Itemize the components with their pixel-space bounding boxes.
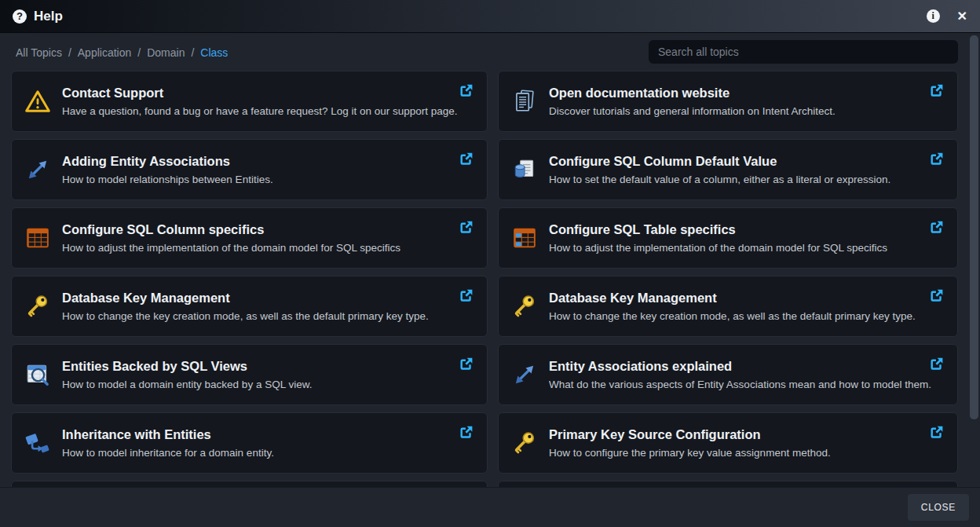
help-card[interactable]: Contact Support Have a question, found a…: [11, 71, 488, 132]
card-description: Have a question, found a bug or have a f…: [62, 104, 458, 119]
search-input[interactable]: [649, 40, 958, 64]
breadcrumb-item[interactable]: All Topics: [16, 46, 62, 59]
card-title: Configure SQL Column specifics: [62, 221, 400, 238]
card-description: How to model inheritance for a domain en…: [62, 446, 274, 460]
inheritance-icon: [24, 429, 52, 457]
card-title: Entity Associations explained: [549, 358, 931, 375]
key-icon: [24, 292, 52, 320]
external-link-icon[interactable]: [459, 83, 474, 97]
help-card[interactable]: Primary Key Source Configuration How to …: [498, 412, 958, 474]
help-card-partial[interactable]: [11, 481, 488, 487]
card-description: How to adjust the implementation of the …: [62, 241, 400, 255]
breadcrumb-separator: /: [191, 46, 194, 59]
table-magnifier-icon: [24, 360, 52, 389]
help-circle-icon: ?: [13, 9, 27, 24]
breadcrumb-separator: /: [68, 46, 71, 59]
card-description: What do the various aspects of Entity As…: [549, 378, 931, 392]
close-button[interactable]: CLOSE: [908, 494, 969, 521]
card-description: How to adjust the implementation of the …: [549, 241, 887, 255]
help-card[interactable]: Entity Associations explained What do th…: [498, 344, 958, 405]
card-title: Database Key Management: [549, 290, 916, 306]
external-link-icon[interactable]: [930, 288, 944, 302]
external-link-icon[interactable]: [459, 288, 474, 302]
external-link-icon[interactable]: [459, 152, 474, 166]
help-card[interactable]: Open documentation website Discover tuto…: [498, 71, 958, 132]
card-title: Configure SQL Column Default Value: [549, 153, 890, 170]
dialog-body: All Topics/Application/Domain/Class Cont…: [0, 33, 980, 487]
table-orange-icon: [24, 224, 52, 252]
breadcrumb-separator: /: [137, 46, 141, 59]
help-card[interactable]: Entities Backed by SQL Views How to mode…: [11, 344, 488, 405]
card-title: Entities Backed by SQL Views: [62, 358, 312, 375]
help-card[interactable]: Database Key Management How to change th…: [11, 276, 488, 337]
card-title: Adding Entity Associations: [62, 153, 273, 170]
help-card-partial[interactable]: [498, 481, 958, 487]
scrollbar-thumb[interactable]: [970, 35, 978, 419]
external-link-icon[interactable]: [930, 425, 944, 439]
table-highlight-column-icon: [510, 224, 539, 252]
dialog-header: ? Help i ✕: [0, 0, 980, 33]
help-card[interactable]: Database Key Management How to change th…: [498, 276, 958, 337]
card-title: Inheritance with Entities: [62, 426, 274, 443]
card-description: How to set the default value of a column…: [549, 173, 890, 187]
card-title: Database Key Management: [62, 290, 429, 306]
breadcrumb-current: Class: [200, 46, 228, 59]
breadcrumb: All Topics/Application/Domain/Class: [16, 46, 228, 59]
help-card[interactable]: Inheritance with Entities How to model i…: [11, 412, 488, 474]
card-description: How to configure the primary key value a…: [549, 446, 831, 460]
external-link-icon[interactable]: [930, 220, 944, 234]
external-link-icon[interactable]: [459, 425, 474, 439]
card-description: How to change the key creation mode, as …: [549, 309, 916, 324]
card-title: Configure SQL Table specifics: [549, 221, 887, 238]
database-document-icon: [510, 156, 539, 184]
help-card-grid: Contact Support Have a question, found a…: [11, 71, 958, 487]
association-arrow-icon: [510, 360, 539, 389]
external-link-icon[interactable]: [930, 152, 944, 166]
help-card[interactable]: Adding Entity Associations How to model …: [11, 139, 488, 200]
close-icon[interactable]: ✕: [957, 10, 967, 23]
breadcrumb-item[interactable]: Domain: [147, 46, 185, 59]
card-title: Contact Support: [62, 85, 458, 101]
card-description: How to change the key creation mode, as …: [62, 309, 429, 324]
key-icon: [510, 429, 539, 457]
external-link-icon[interactable]: [459, 220, 474, 234]
association-arrow-icon: [24, 156, 52, 184]
external-link-icon[interactable]: [459, 357, 474, 371]
help-card[interactable]: Configure SQL Column Default Value How t…: [498, 139, 958, 200]
breadcrumb-item[interactable]: Application: [78, 46, 132, 59]
info-icon[interactable]: i: [927, 9, 940, 23]
card-description: Discover tutorials and general informati…: [549, 104, 836, 119]
card-description: How to model a domain entity backed by a…: [62, 378, 312, 392]
card-title: Primary Key Source Configuration: [549, 426, 831, 443]
card-description: How to model relationships between Entit…: [62, 173, 273, 187]
key-icon: [510, 292, 539, 320]
help-card[interactable]: Configure SQL Table specifics How to adj…: [498, 207, 958, 269]
dialog-footer: CLOSE: [0, 487, 980, 527]
warning-triangle-icon: [24, 87, 52, 115]
documents-icon: [510, 87, 539, 115]
card-title: Open documentation website: [549, 85, 836, 101]
dialog-title: Help: [34, 9, 63, 24]
external-link-icon[interactable]: [930, 83, 944, 97]
help-card[interactable]: Configure SQL Column specifics How to ad…: [11, 207, 488, 269]
external-link-icon[interactable]: [930, 357, 944, 371]
